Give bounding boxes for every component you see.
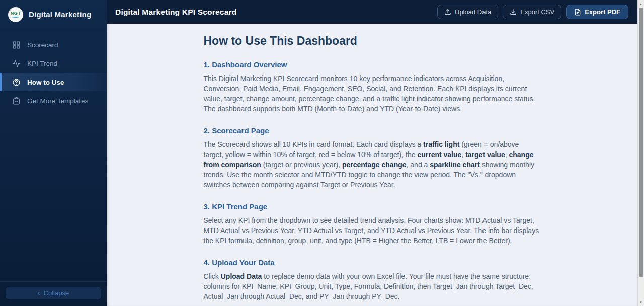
section-heading: 4. Upload Your Data — [204, 258, 541, 267]
export-csv-button[interactable]: Export CSV — [503, 5, 561, 19]
body-text: , and a — [407, 161, 430, 169]
brand-logo-swoosh — [12, 16, 20, 18]
sidebar-item-scorecard[interactable]: Scorecard — [0, 36, 107, 54]
scrollbar-thumb[interactable] — [639, 8, 643, 277]
bold-text: sparkline chart — [430, 161, 480, 169]
section-paragraph: Click Upload Data to replace demo data w… — [204, 271, 541, 301]
sidebar-footer: ‹ Collapse — [0, 281, 107, 306]
scroll-down-icon[interactable]: ▼ — [638, 299, 644, 305]
howto-doc: How to Use This Dashboard 1. Dashboard O… — [204, 24, 541, 306]
brand-logo: NGT — [8, 7, 23, 22]
chevron-left-icon: ‹ — [38, 289, 40, 296]
brand-logo-text: NGT — [11, 11, 21, 16]
sidebar-item-label: How to Use — [27, 79, 64, 86]
app-window: NGT Digital Marketing Scorecard KPI Tren… — [0, 0, 644, 306]
collapse-button[interactable]: ‹ Collapse — [6, 287, 101, 299]
scrollbar[interactable]: ▲ ▼ — [637, 0, 644, 306]
sidebar-item-label: Scorecard — [27, 41, 58, 49]
sidebar: NGT Digital Marketing Scorecard KPI Tren… — [0, 0, 107, 306]
section-paragraph: Select any KPI from the dropdown to see … — [204, 215, 541, 246]
body-text: , — [505, 150, 509, 159]
shopping-bag-icon — [12, 97, 21, 105]
section-paragraph: The Scorecard shows all 10 KPIs in card … — [204, 139, 541, 190]
main-area: Digital Marketing KPI Scorecard Upload D… — [107, 0, 637, 306]
sidebar-item-kpi-trend[interactable]: KPI Trend — [0, 54, 107, 72]
file-icon — [574, 9, 581, 16]
brand-name: Digital Marketing — [29, 10, 91, 19]
collapse-label: Collapse — [44, 289, 69, 297]
download-icon — [510, 9, 517, 16]
bold-text: percentage change — [342, 161, 407, 169]
howto-sections: 1. Dashboard OverviewThis Digital Market… — [204, 60, 541, 306]
upload-data-button[interactable]: Upload Data — [437, 5, 498, 19]
body-text: This Digital Marketing KPI Scorecard mon… — [204, 74, 535, 113]
section-heading: 2. Scorecard Page — [204, 126, 541, 135]
section-paragraph: This Digital Marketing KPI Scorecard mon… — [204, 73, 541, 114]
bold-text: traffic light — [423, 140, 459, 148]
sidebar-item-get-more-templates[interactable]: Get More Templates — [0, 92, 107, 110]
topbar: Digital Marketing KPI Scorecard Upload D… — [107, 0, 637, 24]
sidebar-header: NGT Digital Marketing — [0, 0, 107, 29]
bold-text: Upload Data — [221, 272, 262, 280]
export-csv-label: Export CSV — [520, 8, 554, 16]
body-text: The Scorecard shows all 10 KPIs in card … — [204, 140, 424, 148]
sidebar-item-label: KPI Trend — [27, 60, 57, 67]
page-title: Digital Marketing KPI Scorecard — [115, 8, 236, 17]
export-pdf-label: Export PDF — [585, 8, 620, 16]
body-text: Click — [204, 272, 221, 280]
upload-icon — [444, 9, 451, 16]
grid-icon — [12, 41, 21, 49]
activity-icon — [12, 59, 21, 68]
topbar-actions: Upload Data Export CSV Export PDF — [437, 5, 628, 19]
doc-title: How to Use This Dashboard — [204, 34, 541, 48]
help-circle-icon — [12, 78, 21, 87]
content-area: How to Use This Dashboard 1. Dashboard O… — [107, 24, 637, 306]
upload-data-label: Upload Data — [455, 8, 491, 16]
bold-text: current value — [417, 150, 461, 159]
scroll-up-icon[interactable]: ▲ — [638, 1, 644, 7]
sidebar-nav: Scorecard KPI Trend How to Use Get More … — [0, 29, 107, 281]
sidebar-item-label: Get More Templates — [27, 97, 88, 105]
section-heading: 3. KPI Trend Page — [204, 202, 541, 211]
body-text: (target or previous year), — [261, 161, 342, 169]
bold-text: target value — [465, 150, 505, 159]
section-heading: 1. Dashboard Overview — [204, 60, 541, 69]
sidebar-item-how-to-use[interactable]: How to Use — [0, 73, 107, 91]
body-text: , — [461, 150, 465, 159]
export-pdf-button[interactable]: Export PDF — [566, 5, 628, 19]
body-text: Select any KPI from the dropdown to see … — [204, 216, 539, 245]
